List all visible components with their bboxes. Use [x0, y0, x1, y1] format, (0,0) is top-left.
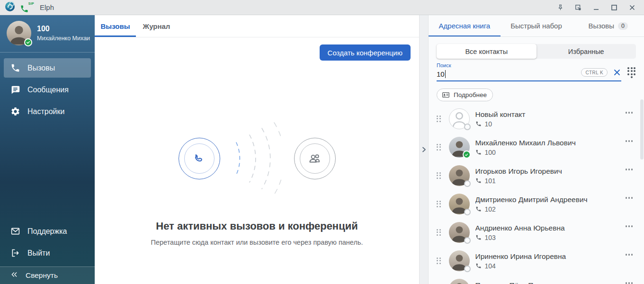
empty-state-title: Нет активных вызовов и конференций: [156, 220, 358, 232]
call-circle-icon: [179, 138, 220, 179]
tab-label: Вызовы: [101, 22, 130, 30]
right-panel: Адресная книга Быстрый набор Вызовы 0 Вс…: [429, 15, 644, 284]
details-button[interactable]: Подробнее: [437, 89, 493, 101]
close-icon[interactable]: [627, 2, 637, 13]
user-name: Михайленко Михаи…: [37, 35, 90, 42]
segment-favorites[interactable]: Избранные: [537, 44, 636, 59]
collapse-label: Свернуть: [26, 271, 58, 280]
panel-collapse-handle[interactable]: [419, 15, 429, 284]
dialpad-icon[interactable]: [627, 67, 636, 79]
contact-info: Петренко Пётр Петрович: [475, 281, 620, 284]
offline-status-badge: [464, 237, 471, 244]
create-conference-button[interactable]: Создать конференцию: [320, 44, 411, 61]
search-field-label: Поиск: [437, 62, 621, 68]
user-extension: 100: [37, 25, 90, 33]
user-card[interactable]: 100 Михайленко Михаи…: [0, 15, 95, 53]
envelope-icon: [10, 226, 20, 237]
contact-row[interactable]: Михайленко Михаил Львович 100: [437, 133, 644, 161]
contact-number-text: 103: [485, 234, 496, 241]
empty-state-subtitle: Перетащите сюда контакт или вызовите его…: [151, 239, 363, 246]
popout-icon[interactable]: [573, 2, 583, 13]
contact-avatar: [449, 222, 470, 243]
contact-avatar: [449, 250, 470, 271]
drag-handle-icon[interactable]: [437, 144, 441, 151]
contact-menu-icon[interactable]: [624, 252, 635, 257]
contact-number-text: 10: [485, 120, 492, 128]
pin-icon[interactable]: [555, 2, 565, 13]
contact-menu-icon[interactable]: [624, 223, 635, 229]
contact-menu-icon[interactable]: [624, 138, 635, 144]
main-area: Вызовы Журнал Создать конференцию: [95, 15, 419, 284]
offline-status-badge: [464, 180, 471, 187]
contact-info: Андриенко Анна Юрьевна 103: [475, 224, 620, 241]
contact-row[interactable]: Новый контакт 10: [437, 105, 644, 133]
contact-info: Новый контакт 10: [475, 110, 620, 128]
contact-avatar: [449, 194, 470, 214]
maximize-icon[interactable]: [609, 2, 619, 13]
sip-label: SIP: [28, 2, 34, 5]
tab-calls[interactable]: Вызовы: [95, 15, 136, 37]
sidebar-item-label: Сообщения: [27, 86, 69, 94]
search-row: Поиск 10 CTRL K: [437, 62, 636, 81]
clear-search-icon[interactable]: [613, 68, 621, 77]
drag-handle-icon[interactable]: [437, 115, 441, 123]
scrollbar-thumb[interactable]: [640, 99, 644, 160]
main-tab-bar: Вызовы Журнал: [95, 15, 419, 37]
chat-icon: [10, 85, 20, 95]
contact-row[interactable]: Андриенко Анна Юрьевна 103: [437, 218, 644, 247]
contact-avatar: [449, 165, 470, 186]
contact-row[interactable]: Ириненко Ирина Игоревна 104: [437, 247, 644, 275]
contact-list: Новый контакт 10 Михайленко Михаил Львов…: [429, 105, 644, 284]
shortcut-badge: CTRL K: [581, 68, 608, 77]
calls-count-badge: 0: [618, 22, 628, 30]
double-chevron-left-icon: [10, 271, 18, 280]
sidebar-item-support[interactable]: Поддержка: [4, 222, 91, 241]
sound-waves-arcs: [233, 119, 282, 198]
drag-handle-icon[interactable]: [437, 201, 441, 208]
contact-number-text: 101: [485, 177, 496, 185]
empty-state-icons: [179, 118, 336, 199]
sidebar-item-logout[interactable]: Выйти: [4, 243, 91, 263]
contact-name: Новый контакт: [475, 110, 620, 119]
drag-handle-icon[interactable]: [437, 229, 441, 236]
phone-small-icon: [475, 178, 482, 184]
sidebar-item-settings[interactable]: Настройки: [4, 102, 91, 121]
sidebar-item-label: Выйти: [27, 249, 50, 257]
tab-calls-right[interactable]: Вызовы 0: [572, 15, 644, 36]
sidebar: 100 Михайленко Михаи… Вызовы Сообщения: [0, 15, 95, 284]
empty-state: Нет активных вызовов и конференций Перет…: [95, 118, 419, 246]
sidebar-item-calls[interactable]: Вызовы: [4, 58, 91, 78]
search-input[interactable]: Поиск 10 CTRL K: [437, 62, 621, 81]
tab-speed-dial[interactable]: Быстрый набор: [501, 15, 572, 36]
phone-small-icon: [475, 263, 482, 269]
contact-row[interactable]: Петренко Пётр Петрович: [437, 275, 644, 284]
tab-address-book[interactable]: Адресная книга: [429, 15, 501, 36]
contact-row[interactable]: Игорьков Игорь Игоревич 101: [437, 161, 644, 190]
phone-small-icon: [475, 149, 482, 155]
drag-handle-icon[interactable]: [437, 172, 441, 179]
contact-number-text: 100: [485, 149, 496, 156]
contact-menu-icon[interactable]: [624, 280, 635, 284]
contact-menu-icon[interactable]: [624, 110, 635, 115]
tab-label: Вызовы: [588, 22, 614, 30]
online-status-badge: [463, 151, 471, 159]
contact-menu-icon[interactable]: [624, 195, 635, 201]
app-logo-icon: [5, 1, 15, 14]
main-content: Создать конференцию: [95, 37, 419, 284]
drag-handle-icon[interactable]: [437, 257, 441, 265]
contact-row[interactable]: Дмитриенко Дмитрий Андреевич 102: [437, 190, 644, 218]
segment-all-contacts[interactable]: Все контакты: [437, 44, 537, 59]
sidebar-item-label: Вызовы: [27, 64, 55, 72]
minimize-icon[interactable]: [591, 2, 601, 13]
offline-status-badge: [464, 124, 471, 130]
sidebar-collapse-button[interactable]: Свернуть: [0, 266, 95, 284]
text-cursor: [445, 70, 446, 78]
tab-journal[interactable]: Журнал: [136, 15, 177, 37]
sidebar-item-messages[interactable]: Сообщения: [4, 80, 91, 99]
contact-menu-icon[interactable]: [624, 167, 635, 172]
details-button-label: Подробнее: [454, 91, 487, 98]
contact-name: Петренко Пётр Петрович: [475, 281, 620, 284]
phone-small-icon: [475, 206, 482, 212]
user-avatar: [7, 21, 31, 45]
sidebar-item-label: Поддержка: [27, 227, 67, 236]
